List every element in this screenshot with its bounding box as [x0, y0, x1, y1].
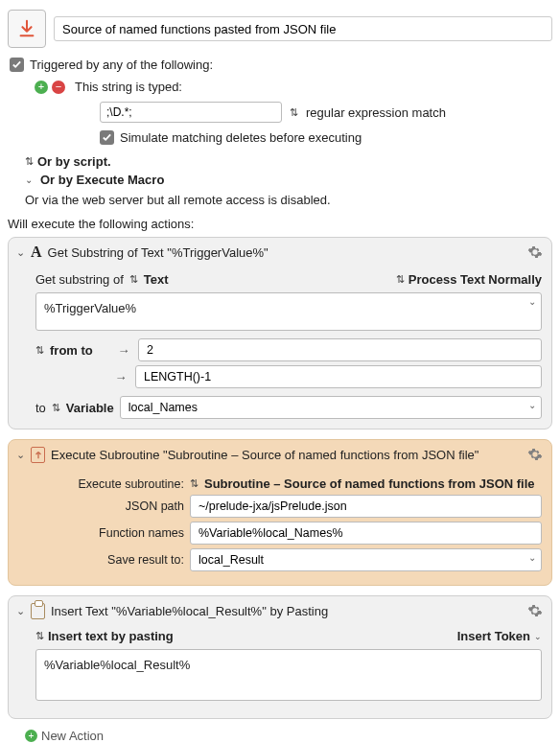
action-insert-text: ⌄ Insert Text "%Variable%local_Result%" … [8, 595, 552, 719]
gear-icon[interactable] [526, 602, 544, 619]
source-type-stepper-icon[interactable]: ⇅ [129, 273, 138, 286]
or-web-server-label: Or via the web server but all remote acc… [25, 193, 552, 207]
or-by-script-label: Or by script. [37, 154, 111, 169]
subroutine-name-label: Subroutine – Source of named functions f… [204, 476, 542, 491]
disclosure-toggle[interactable]: ⌄ [16, 449, 25, 461]
typed-string-input[interactable] [100, 102, 282, 123]
macro-title-input[interactable] [54, 16, 552, 41]
variable-name-input[interactable] [120, 396, 542, 419]
subroutine-action-icon [31, 447, 45, 463]
source-type-label: Text [144, 272, 169, 287]
download-arrow-icon [16, 18, 37, 39]
insert-mode-stepper-icon[interactable]: ⇅ [35, 630, 44, 642]
function-names-input[interactable] [190, 522, 542, 545]
insert-text-area[interactable]: %Variable%local_Result% [35, 649, 542, 701]
action-title: Insert Text "%Variable%local_Result%" by… [51, 604, 521, 618]
process-mode-label: Process Text Normally [408, 272, 542, 287]
macro-icon-box [8, 10, 46, 48]
typed-string-label: This string is typed: [75, 80, 182, 94]
action-execute-subroutine: ⌄ Execute Subroutine "Subroutine – Sourc… [8, 439, 552, 586]
json-path-label: JSON path [35, 499, 184, 513]
to-label: to [35, 401, 46, 415]
plus-icon: + [25, 730, 37, 742]
text-action-icon: A [31, 244, 42, 261]
source-text-area[interactable]: %TriggerValue% [35, 292, 542, 331]
add-trigger-button[interactable]: + [35, 81, 48, 94]
destination-type-stepper-icon[interactable]: ⇅ [52, 402, 60, 414]
script-stepper-icon[interactable]: ⇅ [25, 155, 34, 168]
action-title: Execute Subroutine "Subroutine – Source … [51, 448, 521, 462]
simulate-deletes-label: Simulate matching deletes before executi… [120, 130, 362, 145]
arrow-right-icon: → [115, 343, 132, 358]
match-mode-stepper-icon[interactable]: ⇅ [290, 106, 298, 119]
range-mode-stepper-icon[interactable]: ⇅ [35, 344, 44, 357]
simulate-deletes-checkbox[interactable] [100, 130, 114, 145]
get-substring-of-label: Get substring of [35, 272, 124, 287]
match-mode-label: regular expression match [306, 105, 446, 120]
chevron-down-icon: ⌄ [534, 632, 542, 641]
triggers-heading: Triggered by any of the following: [30, 58, 213, 72]
enable-triggers-checkbox[interactable] [10, 58, 24, 72]
or-execute-macro-label: Or by Execute Macro [40, 173, 164, 187]
function-names-label: Function names [35, 526, 184, 540]
chevron-down-icon[interactable]: ⌄ [528, 296, 536, 307]
new-action-label: New Action [41, 729, 104, 743]
to-value-input[interactable] [135, 365, 542, 388]
clipboard-icon [31, 603, 45, 619]
from-value-input[interactable] [138, 338, 542, 361]
process-mode-stepper-icon[interactable]: ⇅ [396, 273, 405, 286]
gear-icon[interactable] [526, 446, 544, 463]
insert-token-label: Insert Token [457, 629, 530, 643]
disclosure-toggle[interactable]: ⌄ [16, 605, 25, 617]
json-path-input[interactable] [190, 495, 542, 518]
save-result-variable-input[interactable] [190, 548, 542, 571]
chevron-down-icon[interactable]: ⌄ [25, 174, 36, 185]
range-mode-label: from to [50, 343, 109, 358]
disclosure-toggle[interactable]: ⌄ [16, 246, 25, 259]
new-action-button[interactable]: + New Action [25, 729, 552, 743]
arrow-right-icon: → [112, 370, 129, 384]
insert-token-button[interactable]: Insert Token ⌄ [457, 629, 542, 643]
destination-type-label: Variable [66, 401, 114, 415]
action-get-substring: ⌄ A Get Substring of Text "%TriggerValue… [8, 237, 552, 430]
gear-icon[interactable] [526, 244, 544, 261]
remove-trigger-button[interactable]: − [52, 81, 65, 94]
execute-subroutine-label: Execute subroutine: [35, 477, 184, 491]
action-title: Get Substring of Text "%TriggerValue%" [48, 245, 521, 260]
execute-actions-heading: Will execute the following actions: [8, 217, 552, 231]
save-result-label: Save result to: [35, 553, 184, 567]
insert-mode-label: Insert text by pasting [48, 629, 174, 643]
subroutine-picker-stepper-icon[interactable]: ⇅ [190, 477, 198, 490]
